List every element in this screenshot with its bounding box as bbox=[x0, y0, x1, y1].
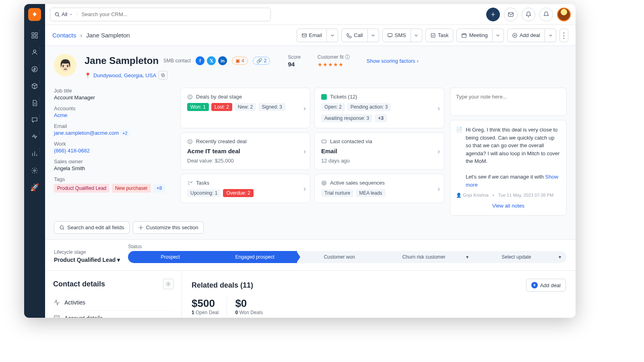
nav-dashboard[interactable]: ⋮ bbox=[27, 28, 42, 43]
sequences-card[interactable]: Active sales sequences Trial nurture MEA… bbox=[314, 174, 444, 203]
search-scope-label: All bbox=[62, 11, 67, 17]
linkedin-icon[interactable]: in bbox=[218, 56, 227, 65]
tag[interactable]: New purchaser bbox=[112, 184, 151, 193]
work-phone[interactable]: (866) 418-0682 bbox=[54, 148, 175, 154]
nav-deals[interactable]: ⋮ bbox=[27, 62, 42, 76]
related-deals-title: Related deals (11) bbox=[192, 281, 253, 290]
chevron-right-icon: › bbox=[303, 104, 306, 112]
recent-deal-card[interactable]: Recently created deal Acme IT team deal … bbox=[180, 132, 310, 170]
chevron-right-icon: › bbox=[303, 147, 306, 155]
location-link[interactable]: Dundywood, Georgia, USA bbox=[93, 72, 156, 78]
copy-location-button[interactable] bbox=[159, 71, 167, 80]
twitter-icon[interactable]: 𝕏 bbox=[207, 56, 216, 65]
task-button[interactable]: Task bbox=[425, 29, 454, 42]
email-more[interactable]: +2 bbox=[120, 130, 130, 136]
note-icon: 📄 bbox=[456, 126, 462, 189]
svg-point-7 bbox=[55, 12, 58, 16]
note-input[interactable] bbox=[450, 88, 567, 116]
svg-point-21 bbox=[60, 226, 63, 229]
email-button[interactable]: Email bbox=[297, 29, 327, 42]
sms-button[interactable]: SMS bbox=[382, 29, 411, 42]
badge-orange[interactable]: ▣ 4 bbox=[232, 57, 248, 65]
call-caret[interactable] bbox=[368, 29, 379, 42]
call-button[interactable]: Call bbox=[341, 29, 367, 42]
nav-documents[interactable]: ⋮ bbox=[27, 96, 42, 110]
related-deals-panel: Related deals (11) +Add deal $500 1 Open… bbox=[182, 271, 576, 318]
svg-rect-12 bbox=[462, 33, 466, 37]
sms-caret[interactable] bbox=[411, 29, 422, 42]
tasks-card[interactable]: Tasks Upcoming: 1 Overdue: 2 › bbox=[180, 174, 310, 203]
stage-churn-risk[interactable]: Churn risk customer ▾ bbox=[382, 251, 474, 263]
lifecycle-section: Lifecycle stage Product Qualified Lead ▾… bbox=[45, 239, 576, 271]
nav-products[interactable]: ⋮ bbox=[27, 79, 42, 93]
email-caret[interactable] bbox=[327, 29, 338, 42]
nav-rocket[interactable]: 🚀 bbox=[27, 180, 42, 195]
stage-prospect[interactable]: Prospect bbox=[128, 251, 213, 263]
email-link[interactable]: jane.sampleton@acme.com bbox=[54, 130, 119, 136]
add-deal-caret[interactable] bbox=[545, 29, 556, 42]
svg-point-4 bbox=[33, 50, 36, 52]
more-actions[interactable]: ⋮ bbox=[559, 29, 568, 42]
search-input[interactable] bbox=[77, 11, 270, 17]
sidebar: ⋮ ⋮ ⋮ ⋮ ⋮ ⋮ ⋮ ⋮ 🚀 bbox=[24, 4, 45, 318]
tag-more[interactable]: +8 bbox=[153, 184, 165, 193]
search-edit-fields-button[interactable]: Search and edit all fields bbox=[54, 221, 130, 234]
svg-point-19 bbox=[322, 181, 326, 185]
customize-section-button[interactable]: Customize this section bbox=[133, 221, 204, 234]
note-textarea[interactable] bbox=[456, 94, 561, 106]
svg-rect-15 bbox=[161, 74, 164, 76]
nav-contacts[interactable]: ⋮ bbox=[27, 45, 42, 60]
search-scope[interactable]: All bbox=[50, 11, 77, 17]
lifecycle-stage-dropdown[interactable]: Product Qualified Lead ▾ bbox=[54, 257, 120, 263]
inbox-button[interactable] bbox=[504, 8, 518, 21]
nav-settings[interactable] bbox=[27, 163, 42, 178]
show-scoring-factors[interactable]: Show scoring factors › bbox=[367, 58, 419, 64]
action-bar: Contacts › Jane Sampleton Email Call SMS… bbox=[45, 25, 576, 46]
svg-rect-10 bbox=[388, 33, 392, 37]
stage-engaged[interactable]: Engaged prospect bbox=[213, 251, 297, 263]
location-icon: 📍 bbox=[85, 72, 91, 78]
facebook-icon[interactable]: f bbox=[196, 56, 204, 65]
sales-owner: Angela Smith bbox=[54, 165, 175, 171]
quick-add-button[interactable] bbox=[486, 8, 500, 21]
account-details-item[interactable]: Account details bbox=[53, 311, 173, 318]
chevron-right-icon: › bbox=[303, 184, 306, 193]
chevron-right-icon: › bbox=[438, 184, 440, 193]
contact-details-title: Contact details bbox=[53, 280, 105, 288]
add-deal-button[interactable]: Add deal bbox=[507, 29, 545, 42]
note-card: 📄 Hi Greg, I think this deal is very clo… bbox=[450, 120, 567, 216]
stage-select-update[interactable]: Select update ▾ bbox=[474, 251, 567, 263]
contact-details-panel: Contact details Activties Account detail… bbox=[45, 271, 182, 318]
last-contacted-card[interactable]: Last contacted via Email 12 days ago › bbox=[314, 132, 444, 170]
view-all-notes[interactable]: View all notes bbox=[456, 202, 561, 210]
contact-type: SMB contact bbox=[163, 58, 191, 64]
svg-rect-2 bbox=[32, 36, 34, 38]
topbar: All bbox=[45, 4, 576, 25]
stage-customer-won[interactable]: Customer won bbox=[297, 251, 382, 263]
nav-chat[interactable]: ⋮ bbox=[27, 113, 42, 127]
tag[interactable]: Product Qualified Lead bbox=[54, 184, 109, 193]
fit-label: Customer fit ⓘ bbox=[318, 54, 350, 61]
nav-automation[interactable]: ⋮ bbox=[27, 130, 42, 144]
svg-rect-11 bbox=[431, 33, 435, 37]
tickets-card[interactable]: Tickets (12) Open: 2 Pending action: 3 A… bbox=[314, 88, 444, 128]
app-logo[interactable] bbox=[28, 8, 41, 21]
score-label: Score bbox=[288, 54, 300, 60]
meeting-caret[interactable] bbox=[493, 29, 504, 42]
breadcrumb-parent[interactable]: Contacts bbox=[52, 32, 76, 39]
deals-card[interactable]: Deals by deal stage Won: 1 Lost: 2 New: … bbox=[180, 88, 310, 128]
badge-blue[interactable]: 🔗 2 bbox=[253, 57, 270, 65]
contact-fields: Job titleAccount Manager AccountsAcme Em… bbox=[54, 88, 175, 216]
account-link[interactable]: Acme bbox=[54, 112, 175, 118]
nav-reports[interactable]: ⋮ bbox=[27, 146, 42, 161]
fit-stars: ★★★★★ bbox=[318, 62, 350, 68]
meeting-button[interactable]: Meeting bbox=[456, 29, 492, 42]
won-deals-value: $0 bbox=[235, 297, 263, 310]
profile-avatar[interactable] bbox=[557, 8, 571, 21]
chevron-right-icon: › bbox=[438, 104, 440, 112]
notifications-button[interactable] bbox=[522, 8, 535, 21]
add-deal-inline-button[interactable]: +Add deal bbox=[526, 279, 566, 292]
details-gear-button[interactable] bbox=[163, 279, 173, 289]
alerts-button[interactable] bbox=[539, 8, 553, 21]
activities-item[interactable]: Activties bbox=[53, 295, 173, 311]
